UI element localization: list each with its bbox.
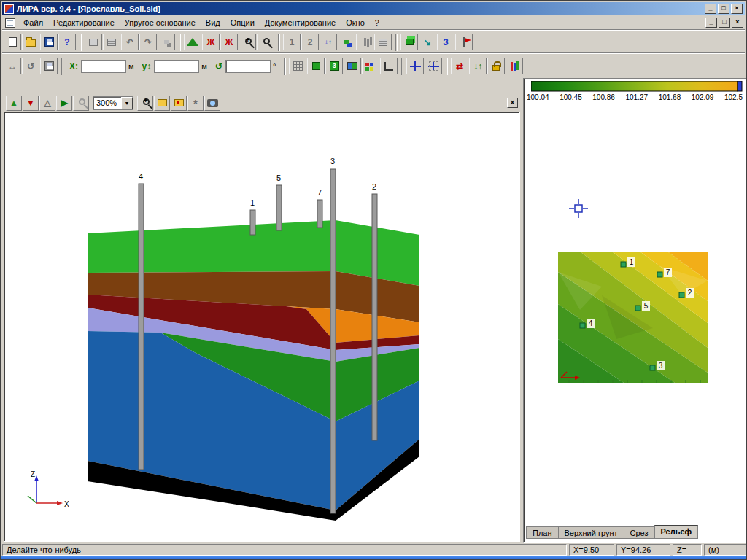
tab-section[interactable]: Срез: [624, 526, 654, 539]
grid-toggle-button[interactable]: [289, 58, 306, 74]
grid-icon: [293, 61, 303, 71]
x-unit-label: м: [128, 62, 134, 71]
ruler-button[interactable]: [380, 58, 398, 74]
split-view-button[interactable]: [344, 58, 361, 74]
menu-options[interactable]: Опции: [225, 17, 260, 28]
redo-button[interactable]: ↷: [139, 34, 157, 50]
palette-button[interactable]: [362, 58, 379, 74]
axis-triad: Z X: [28, 470, 69, 508]
menu-bar: Файл Редактирование Упругое основание Ви…: [2, 15, 745, 30]
lock-button[interactable]: [487, 58, 505, 74]
soil-model-button[interactable]: [184, 34, 201, 50]
save-file-button[interactable]: [40, 34, 58, 50]
tab-top-soil[interactable]: Верхний грунт: [558, 526, 624, 539]
sort-updown-icon: ↓↑: [325, 39, 332, 46]
angle-input[interactable]: [225, 60, 271, 73]
delete-soil-icon: Ж: [207, 38, 215, 47]
legend-value: 102.5: [724, 93, 743, 101]
zoom-window-button[interactable]: [137, 96, 153, 111]
open-file-button[interactable]: [22, 34, 39, 50]
delete-borehole-button[interactable]: Ж: [220, 34, 238, 50]
properties-button[interactable]: [103, 34, 120, 50]
combo-arrow-icon[interactable]: ▼: [121, 97, 133, 109]
borehole-label: 7: [317, 188, 322, 197]
maximize-button[interactable]: □: [718, 4, 729, 14]
camera-icon: [207, 99, 218, 107]
x-coord-input[interactable]: [81, 60, 126, 73]
window-title: ЛИРА вер. 9.4 - [Ярославль_Soil.sld]: [17, 4, 160, 13]
flag-button[interactable]: [455, 34, 473, 50]
soil-report-button[interactable]: З: [437, 34, 454, 50]
viewer-close-button[interactable]: ×: [507, 98, 518, 108]
swap-arrows-button[interactable]: ⇄: [451, 58, 468, 74]
pan-icon: ↔: [8, 62, 17, 71]
zoom-disabled-button[interactable]: [73, 96, 89, 111]
y-coord-input[interactable]: [154, 60, 199, 73]
flags-icon: [344, 40, 349, 44]
menu-file[interactable]: Файл: [18, 17, 48, 28]
zoom-select[interactable]: 300% ▼: [93, 96, 133, 110]
viewer-toolbar: ▲ ▼ △ ▶ 300% ▼ * ×: [4, 94, 520, 112]
menu-help[interactable]: ?: [370, 17, 384, 28]
fragment-up-button[interactable]: ▲: [6, 96, 22, 111]
green-cube-icon: [406, 39, 414, 45]
tab-relief[interactable]: Рельеф: [654, 525, 699, 539]
pan-button[interactable]: ↔: [4, 58, 21, 74]
crosshair-grid-button[interactable]: [425, 58, 442, 74]
help-button[interactable]: ?: [58, 34, 76, 50]
open-folder-icon: [26, 39, 36, 47]
load-case-2-button[interactable]: 2: [301, 34, 319, 50]
crosshair-button[interactable]: [406, 58, 424, 74]
save-view-button[interactable]: [40, 58, 58, 74]
marker-label: 7: [666, 268, 670, 276]
columns-button[interactable]: [506, 58, 523, 74]
load-case-1-button[interactable]: 1: [283, 34, 301, 50]
tab-plan[interactable]: План: [526, 526, 558, 539]
legend-gradient: [531, 81, 743, 92]
confirm-fragment-button[interactable]: ▶: [56, 96, 72, 111]
copy-button[interactable]: [158, 34, 175, 50]
rotate-view-button[interactable]: ↺: [22, 58, 39, 74]
poly-filter-button[interactable]: *: [187, 96, 204, 111]
separator: [61, 58, 63, 75]
swap-vertical-button[interactable]: ↓↑: [469, 58, 487, 74]
menu-view[interactable]: Вид: [201, 17, 225, 28]
undo-button[interactable]: ↶: [121, 34, 139, 50]
status-x: X=9.50: [569, 544, 614, 556]
show-soil-button[interactable]: [307, 58, 325, 74]
menu-edit[interactable]: Редактирование: [48, 17, 120, 28]
edit-polygon-button[interactable]: △: [39, 96, 55, 111]
apply-button[interactable]: ↘: [419, 34, 436, 50]
menu-window[interactable]: Окно: [341, 17, 370, 28]
next-view-button[interactable]: [171, 96, 187, 111]
close-button[interactable]: ×: [731, 4, 743, 14]
new-file-button[interactable]: [4, 34, 21, 50]
soil-3d-canvas[interactable]: 4 1 5 7 3 2 Z X: [4, 112, 520, 542]
delete-soil-button[interactable]: Ж: [202, 34, 220, 50]
flags-button[interactable]: [338, 34, 355, 50]
relief-panel[interactable]: 100.04 100.45 100.86 101.27 101.68 102.0…: [523, 78, 746, 543]
relief-map[interactable]: 1 7 2 5 4 3: [558, 252, 708, 383]
document-icon[interactable]: [5, 18, 15, 28]
view-3d-button[interactable]: 3: [325, 58, 343, 74]
snapshot-button[interactable]: [204, 96, 220, 111]
prev-view-button[interactable]: [154, 96, 170, 111]
status-y: Y=94.26: [616, 544, 670, 556]
minimize-button[interactable]: _: [705, 4, 716, 14]
legend-value: 101.68: [659, 93, 681, 101]
mdi-restore-button[interactable]: □: [719, 18, 730, 28]
model-3d-button[interactable]: [400, 34, 418, 50]
fragment-down-button[interactable]: ▼: [23, 96, 39, 111]
mdi-minimize-button[interactable]: _: [705, 18, 717, 28]
zoom-out-button[interactable]: [257, 34, 274, 50]
menu-elastic-foundation[interactable]: Упругое основание: [120, 17, 201, 28]
menu-documentation[interactable]: Документирование: [260, 17, 341, 28]
swap-vertical-icon: ↓↑: [473, 62, 482, 71]
report-button[interactable]: [374, 34, 392, 50]
zoom-in-button[interactable]: [239, 34, 256, 50]
chart-button[interactable]: [356, 34, 374, 50]
mdi-close-button[interactable]: ×: [732, 18, 743, 28]
sort-updown-button[interactable]: ↓↑: [320, 34, 337, 50]
zoom-in-icon: [245, 38, 252, 44]
mesh-table-button[interactable]: [85, 34, 102, 50]
